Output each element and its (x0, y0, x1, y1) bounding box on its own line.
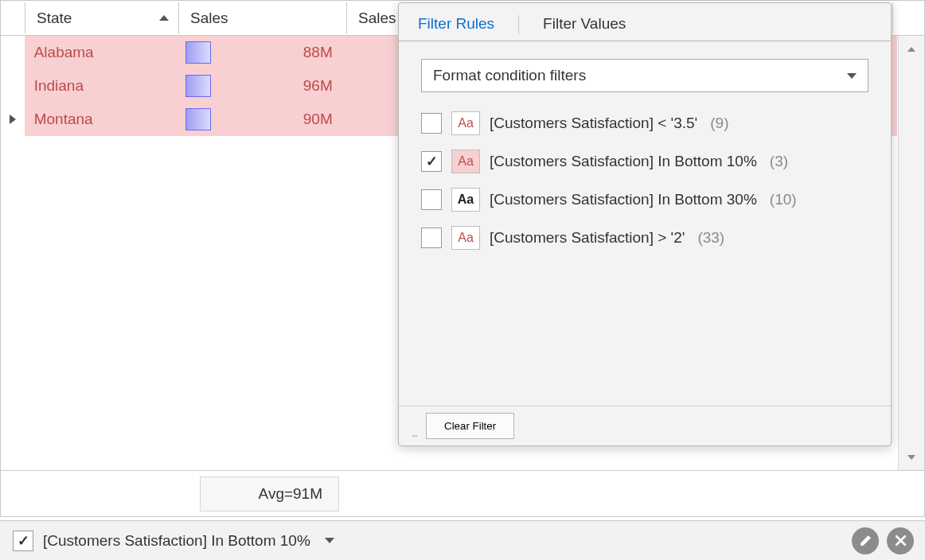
row-expand-icon (10, 115, 16, 124)
filter-rule-count: (3) (770, 153, 788, 170)
filter-rule-text: [Customers Satisfaction] > '2' (490, 229, 685, 247)
chevron-down-icon[interactable] (325, 538, 334, 543)
filter-rule-count: (10) (770, 191, 797, 208)
column-header-label: State (37, 10, 154, 27)
format-condition-dropdown[interactable]: Format condition filters (421, 59, 868, 92)
filter-rule-item[interactable]: Aa [Customers Satisfaction] > '2' (33) (421, 226, 868, 250)
summary-sales-value: Avg=91M (200, 476, 339, 511)
sales-cell: 90M (176, 103, 342, 136)
filter-rule-item[interactable]: Aa [Customers Satisfaction] In Bottom 10… (421, 150, 868, 173)
sales-cell: 96M (176, 69, 342, 103)
column-header-label: Sales (190, 10, 337, 27)
active-filter-checkbox[interactable] (13, 531, 33, 551)
format-preview-badge: Aa (451, 226, 480, 250)
filter-rule-checkbox[interactable] (421, 189, 442, 210)
filter-popup-tabs: Filter Rules Filter Values (399, 3, 891, 41)
sales-value: 88M (217, 44, 333, 61)
sales-value: 96M (217, 77, 333, 95)
dropdown-label: Format condition filters (433, 67, 586, 84)
vertical-scrollbar[interactable] (898, 36, 924, 470)
filter-rule-count: (9) (710, 115, 728, 132)
state-cell: Alabama (25, 36, 176, 69)
filter-rule-text: [Customers Satisfaction] In Bottom 30% (490, 191, 757, 208)
format-preview-badge: Aa (451, 150, 480, 173)
sort-ascending-icon (159, 15, 169, 21)
state-cell: Indiana (25, 69, 176, 103)
scroll-down-icon[interactable] (899, 444, 924, 470)
filter-rule-checkbox[interactable] (421, 228, 442, 248)
resize-handle-icon[interactable]: ⣀ (412, 427, 418, 438)
filter-rule-text: [Customers Satisfaction] In Bottom 10% (490, 153, 757, 170)
row-expand-cell[interactable] (1, 36, 25, 69)
active-filter-bar: [Customers Satisfaction] In Bottom 10% (0, 520, 925, 560)
tab-filter-rules[interactable]: Filter Rules (416, 10, 496, 41)
expand-column-header[interactable] (2, 2, 25, 33)
sales-bar-swatch (185, 75, 211, 97)
filter-rule-list: Aa [Customers Satisfaction] < '3.5' (9) … (421, 111, 868, 250)
column-header-sales[interactable]: Sales (181, 2, 347, 33)
filter-rule-checkbox[interactable] (421, 113, 442, 134)
clear-filter-button[interactable]: Clear Filter (426, 413, 514, 439)
filter-rule-item[interactable]: Aa [Customers Satisfaction] In Bottom 30… (421, 188, 868, 212)
filter-rule-text: [Customers Satisfaction] < '3.5' (490, 115, 697, 132)
filter-rule-count: (33) (697, 229, 724, 247)
tab-separator (518, 15, 519, 34)
row-expand-cell[interactable] (1, 69, 25, 103)
scroll-up-icon[interactable] (899, 36, 924, 62)
summary-row: Avg=91M (1, 470, 924, 516)
sales-bar-swatch (185, 108, 211, 130)
column-header-spacer (895, 2, 923, 33)
row-expand-cell[interactable] (1, 103, 25, 136)
summary-sales: Avg=91M (178, 471, 345, 516)
filter-popup: Filter Rules Filter Values Format condit… (398, 2, 892, 446)
close-icon (894, 534, 907, 547)
format-preview-badge: Aa (451, 188, 480, 212)
column-header-state[interactable]: State (27, 2, 179, 33)
edit-filter-button[interactable] (852, 527, 879, 554)
filter-rule-checkbox[interactable] (421, 151, 442, 172)
filter-popup-footer: ⣀ Clear Filter (399, 406, 891, 439)
sales-cell: 88M (176, 36, 342, 69)
pencil-icon (859, 534, 872, 547)
sales-bar-swatch (185, 41, 211, 64)
close-filter-button[interactable] (887, 527, 914, 554)
format-preview-badge: Aa (451, 111, 480, 135)
tab-filter-values[interactable]: Filter Values (541, 10, 627, 41)
state-cell: Montana (25, 103, 176, 136)
chevron-down-icon (847, 73, 857, 79)
filter-rule-item[interactable]: Aa [Customers Satisfaction] < '3.5' (9) (421, 111, 868, 135)
sales-value: 90M (217, 111, 333, 128)
active-filter-text: [Customers Satisfaction] In Bottom 10% (43, 532, 310, 550)
